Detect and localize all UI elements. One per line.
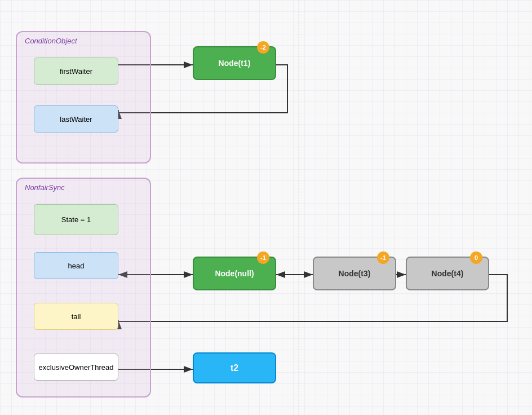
tail-field: tail: [34, 303, 118, 330]
node-t4: 0 Node(t4): [406, 257, 489, 290]
state-field: State = 1: [34, 204, 118, 235]
node-null-badge: -1: [257, 251, 269, 264]
node-t2: t2: [193, 352, 276, 383]
head-field: head: [34, 252, 118, 279]
first-waiter-field: firstWaiter: [34, 58, 118, 85]
node-t3-badge: -1: [377, 251, 389, 264]
last-waiter-field: lastWaiter: [34, 105, 118, 133]
nonfair-sync-container: NonfairSync State = 1 head tail exclusiv…: [16, 178, 151, 398]
nonfair-sync-label: NonfairSync: [25, 183, 65, 192]
dashed-divider: [299, 0, 299, 415]
condition-object-container: ConditionObject firstWaiter lastWaiter: [16, 31, 151, 164]
node-t1: -2 Node(t1): [193, 46, 276, 80]
exclusive-owner-thread-field: exclusiveOwnerThread: [34, 354, 118, 381]
node-t1-badge: -2: [257, 41, 269, 54]
node-t4-badge: 0: [470, 251, 482, 264]
node-t3: -1 Node(t3): [313, 257, 396, 290]
condition-object-label: ConditionObject: [25, 37, 77, 45]
node-null: -1 Node(null): [193, 257, 276, 290]
canvas: ConditionObject firstWaiter lastWaiter -…: [0, 0, 532, 415]
